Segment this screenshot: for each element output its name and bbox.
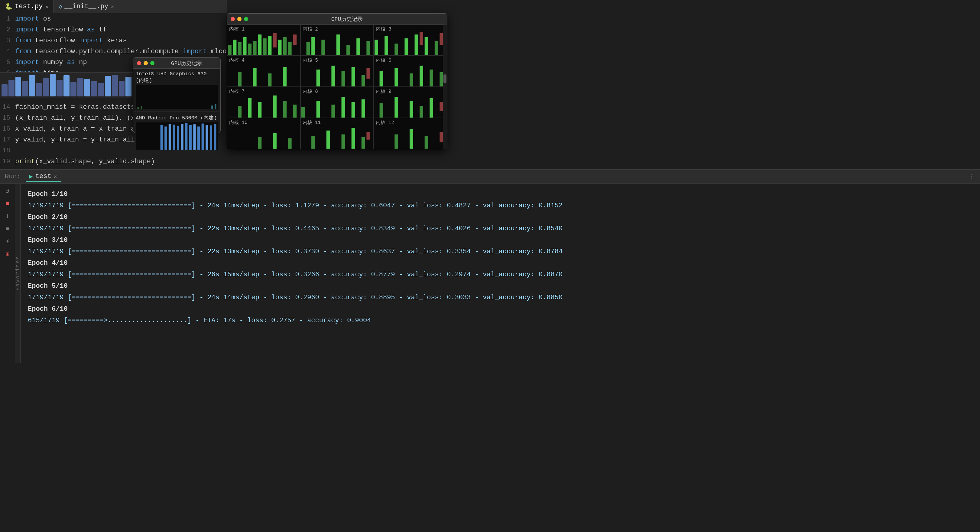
svg-rect-82 (258, 137, 261, 149)
run-arrow-icon[interactable]: ↓ (3, 212, 12, 221)
run-output: Epoch 1/10 1719/1719 [==================… (21, 184, 980, 363)
cpu-core-10-bars (228, 123, 300, 149)
cpu-traffic-light-red[interactable] (231, 17, 235, 21)
cpu-core-8-label: 内核 8 (302, 88, 318, 95)
run-list-icon[interactable]: ≡ (3, 224, 12, 233)
traffic-light-green[interactable] (150, 61, 154, 65)
svg-rect-78 (410, 101, 413, 118)
svg-rect-88 (351, 128, 355, 149)
svg-rect-34 (321, 40, 325, 55)
cpu-core-12-bars (374, 123, 447, 149)
mini-bar (2, 84, 8, 96)
svg-rect-55 (351, 67, 355, 86)
svg-rect-3 (215, 104, 216, 109)
svg-rect-79 (420, 106, 423, 118)
cpu-scrollbar[interactable] (443, 24, 447, 149)
svg-rect-23 (253, 41, 257, 55)
svg-rect-16 (210, 126, 212, 150)
epoch-1-progress: 1719/1719 [=============================… (28, 200, 973, 212)
code-line-19: 19 print(x_valid.shape, y_valid.shape) (0, 156, 227, 167)
epoch-3-progress: 1719/1719 [=============================… (28, 246, 973, 258)
gpu-intel-chart (136, 85, 218, 109)
svg-rect-28 (278, 40, 282, 55)
gpu-amd-section: AMD Radeon Pro 5300M (内建) (133, 112, 220, 152)
mini-bar (64, 75, 70, 96)
svg-rect-8 (177, 126, 179, 150)
svg-rect-70 (301, 107, 305, 118)
cpu-traffic-light-green[interactable] (244, 17, 248, 21)
run-more-button[interactable]: ⋮ (969, 173, 975, 181)
gpu-window-title-bar: GPU历史记录 (133, 58, 220, 68)
traffic-light-red[interactable] (137, 61, 141, 65)
tab-init-py[interactable]: ◇ __init__.py ✕ (54, 0, 119, 13)
cpu-core-9-label: 内核 9 (376, 88, 391, 95)
tab-test-py[interactable]: 🐍 test.py ✕ (0, 0, 54, 13)
run-tab-bar: Run: ▶ test ✕ ⋮ (0, 170, 980, 184)
cpu-core-7-bars (228, 92, 300, 118)
run-stop-icon[interactable]: ■ (3, 199, 12, 208)
cpu-core-9-bars (374, 92, 447, 118)
run-tab-icon: ▶ (29, 173, 33, 180)
svg-rect-0 (137, 107, 139, 109)
cpu-core-5-bars (301, 61, 374, 86)
epoch-4-progress: 1719/1719 [=============================… (28, 269, 973, 280)
svg-rect-71 (316, 101, 320, 118)
cpu-core-11-bars (301, 123, 374, 149)
cpu-core-9: 内核 9 (374, 87, 447, 118)
gpu-intel-name: Intel® UHD Graphics 630 (内建) (136, 71, 218, 84)
svg-rect-72 (331, 105, 335, 118)
svg-rect-14 (202, 124, 204, 150)
svg-rect-26 (268, 36, 272, 55)
traffic-light-yellow[interactable] (143, 61, 148, 65)
svg-rect-48 (238, 72, 242, 86)
svg-rect-32 (306, 42, 310, 55)
svg-rect-45 (425, 37, 428, 55)
code-line-1: 1 import os (0, 13, 227, 24)
cpu-history-window: CPU历史记录 内核 1 (227, 13, 447, 149)
svg-rect-2 (211, 105, 213, 109)
run-restart-icon[interactable]: ↺ (3, 186, 12, 195)
svg-rect-83 (273, 133, 277, 149)
svg-rect-92 (410, 129, 413, 149)
svg-rect-76 (380, 104, 383, 118)
mini-bar (126, 77, 132, 96)
cpu-core-6-bars (374, 61, 447, 86)
svg-rect-35 (336, 35, 340, 55)
run-tab-test[interactable]: ▶ test ✕ (26, 171, 61, 182)
gpu-intel-chart-svg (136, 85, 218, 109)
svg-rect-7 (173, 124, 175, 150)
svg-rect-54 (341, 71, 345, 86)
run-tab-close[interactable]: ✕ (54, 173, 57, 180)
mini-bar (29, 75, 35, 96)
mini-bar (57, 80, 62, 96)
svg-rect-25 (263, 38, 267, 55)
run-icon2[interactable]: ⚡ (3, 237, 12, 246)
epoch-6-label: Epoch 6/10 (28, 303, 973, 315)
gpu-history-window: GPU历史记录 Intel® UHD Graphics 630 (内建) AMD… (133, 57, 221, 133)
cpu-core-2-label: 内核 2 (302, 26, 318, 32)
svg-rect-21 (243, 37, 247, 55)
code-line-3: 3 from tensorflow import keras (0, 35, 227, 46)
svg-rect-38 (366, 41, 370, 55)
mini-bar (112, 75, 118, 96)
svg-rect-74 (351, 102, 355, 118)
svg-rect-52 (316, 70, 320, 86)
gpu-amd-chart (136, 123, 218, 150)
mini-bar (105, 76, 111, 96)
run-grid-icon[interactable]: ⊞ (3, 250, 12, 259)
cpu-traffic-light-yellow[interactable] (237, 17, 242, 21)
run-tab-name: test (35, 173, 51, 180)
gpu-window-title: GPU历史记录 (157, 59, 217, 67)
code-line-4: 4 from tensorflow.python.compiler.mlcomp… (0, 46, 227, 57)
svg-rect-22 (248, 43, 251, 55)
svg-rect-62 (430, 70, 433, 86)
svg-rect-11 (189, 125, 192, 150)
init-file-icon: ◇ (58, 3, 62, 10)
svg-rect-17 (214, 124, 216, 150)
epoch-4-label: Epoch 4/10 (28, 258, 973, 269)
epoch-3-label: Epoch 3/10 (28, 234, 973, 246)
tab-init-py-close[interactable]: ✕ (111, 3, 114, 10)
tab-test-py-close[interactable]: ✕ (45, 3, 48, 10)
mini-bar (119, 81, 125, 96)
cpu-scrollbar-thumb (444, 74, 447, 83)
